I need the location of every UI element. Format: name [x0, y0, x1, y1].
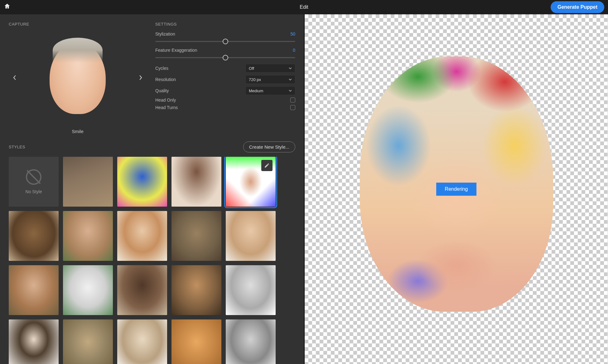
capture-expression-label: Smile	[9, 129, 147, 134]
stylization-value: 50	[290, 31, 295, 36]
head-turns-label: Head Turns	[155, 105, 178, 110]
chevron-down-icon	[289, 67, 292, 69]
head-turns-checkbox[interactable]	[290, 105, 295, 110]
style-tile-rainbow-paint[interactable]	[226, 157, 276, 207]
style-tile-no-style[interactable]: No Style	[9, 157, 59, 207]
style-tile-graphite-face[interactable]	[226, 319, 276, 364]
style-tile-oil-woman[interactable]	[63, 211, 113, 261]
chevron-down-icon	[289, 90, 292, 92]
capture-next-button[interactable]	[136, 73, 145, 84]
head-only-checkbox[interactable]	[290, 98, 295, 103]
chevron-down-icon	[289, 79, 292, 80]
capture-section-label: CAPTURE	[9, 22, 147, 26]
style-tile-pencil-sketch[interactable]	[226, 265, 276, 315]
cycles-label: Cycles	[155, 66, 168, 71]
style-tile-ink-bob[interactable]	[9, 319, 59, 364]
quality-select[interactable]: Medium	[245, 86, 295, 95]
preview-canvas: Rendering	[305, 14, 608, 364]
capture-prev-button[interactable]	[11, 73, 19, 84]
stylization-slider[interactable]	[155, 38, 295, 45]
style-tile-stone-relief[interactable]	[63, 319, 113, 364]
feature-exaggeration-label: Feature Exaggeration	[155, 48, 197, 53]
page-title: Edit	[300, 4, 308, 10]
resolution-label: Resolution	[155, 77, 176, 82]
capture-face-preview	[50, 42, 106, 114]
pencil-icon	[264, 163, 270, 168]
no-style-label: No Style	[26, 189, 42, 194]
generate-puppet-button[interactable]: Generate Puppet	[551, 1, 604, 13]
rendering-status-badge: Rendering	[436, 183, 477, 196]
style-tile-charcoal-man[interactable]	[117, 265, 167, 315]
style-tile-pencil-beard[interactable]	[117, 319, 167, 364]
resolution-select[interactable]: 720 px	[245, 75, 295, 84]
head-only-label: Head Only	[155, 98, 176, 103]
style-tile-photo-man[interactable]	[63, 157, 113, 207]
edit-style-button[interactable]	[261, 160, 273, 171]
styles-grid: No Style	[0, 157, 304, 364]
feature-exaggeration-value: 0	[293, 48, 295, 53]
settings-section-label: SETTINGS	[155, 22, 295, 26]
style-tile-dog-portrait[interactable]	[171, 319, 221, 364]
feature-exaggeration-slider[interactable]	[155, 55, 295, 61]
no-style-icon	[26, 169, 41, 185]
style-tile-pop-art[interactable]	[117, 157, 167, 207]
style-tile-oil-woman-dark[interactable]	[171, 265, 221, 315]
create-new-style-button[interactable]: Create New Style...	[243, 141, 295, 152]
style-tile-ink-sketch[interactable]	[117, 211, 167, 261]
style-tile-clay-bust[interactable]	[171, 211, 221, 261]
home-icon[interactable]	[4, 3, 11, 12]
quality-label: Quality	[155, 88, 169, 93]
style-tile-sepia-portrait[interactable]	[226, 211, 276, 261]
style-tile-classic-oil-man[interactable]	[9, 265, 59, 315]
style-tile-3d-white-head[interactable]	[63, 265, 113, 315]
styles-section-label: STYLES	[9, 145, 25, 149]
cycles-select[interactable]: Off	[245, 64, 295, 73]
style-tile-wood-carving[interactable]	[9, 211, 59, 261]
stylization-label: Stylization	[155, 31, 175, 36]
style-tile-watercolor-child[interactable]	[171, 157, 221, 207]
